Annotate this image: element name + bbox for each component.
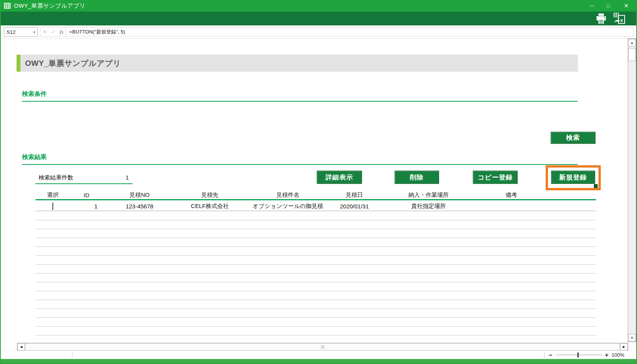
toolbar: x xyxy=(0,12,637,25)
table-empty-row xyxy=(35,300,596,309)
scroll-right-icon[interactable]: ▶ xyxy=(620,343,628,351)
table-empty-row xyxy=(35,220,596,229)
table-header-row: 選択 ID 見積NO 見積先 見積件名 見積日 納入・作業場所 備考 xyxy=(35,191,596,200)
zoom-level: 100% xyxy=(612,352,624,358)
column-header-select: 選択 xyxy=(35,191,70,199)
horizontal-scrollbar[interactable]: ◀ ▶ xyxy=(17,343,628,351)
cell-reference[interactable]: S12 xyxy=(4,29,31,35)
zoom-slider-thumb[interactable] xyxy=(577,352,579,357)
table-row: 1 123-45678 CELF株式会社 オプションツールの御見積 2020/0… xyxy=(35,202,596,211)
page-title: OWY_単票サンプルアプリ xyxy=(25,58,121,69)
table-empty-row xyxy=(35,318,596,327)
maximize-button[interactable]: □ xyxy=(600,0,616,12)
column-header-note: 備考 xyxy=(481,191,542,199)
table-empty-row xyxy=(35,309,596,318)
zoom-slider-track[interactable] xyxy=(556,355,602,355)
titlebar: OWY_単票サンプルアプリ ─ □ ✕ xyxy=(0,0,637,12)
bottom-green-strip xyxy=(1,359,636,363)
result-count-label: 検索結果件数 xyxy=(39,174,73,181)
column-header-quote-no: 見積NO xyxy=(103,191,176,199)
table-empty-row xyxy=(35,265,596,273)
vertical-scrollbar[interactable]: ▲ ▼ xyxy=(628,39,636,342)
column-header-customer: 見積先 xyxy=(176,191,244,199)
scroll-up-icon[interactable]: ▲ xyxy=(628,39,636,47)
sheet-area: OWY_単票サンプルアプリ 検索条件 検索 検索結果 検索結果件数 1 詳細表示… xyxy=(1,39,636,351)
table-empty-row xyxy=(35,273,596,282)
spreadsheet-app-icon xyxy=(4,2,11,9)
vertical-scrollbar-thumb[interactable] xyxy=(628,48,636,61)
close-button[interactable]: ✕ xyxy=(618,0,634,12)
app-window: OWY_単票サンプルアプリ ─ □ ✕ x xyxy=(0,0,637,364)
table-empty-row xyxy=(35,247,596,256)
section-heading-search-results: 検索結果 xyxy=(22,153,578,165)
cell-select xyxy=(35,203,70,210)
table-empty-row xyxy=(35,256,596,265)
detail-view-button[interactable]: 詳細表示 xyxy=(317,171,362,184)
section-heading-search-conditions: 検索条件 xyxy=(22,90,578,102)
cell-subject: オプションツールの御見積 xyxy=(244,203,332,210)
svg-text:x: x xyxy=(620,17,623,23)
status-bar: − ＋ 100% xyxy=(1,351,636,359)
formula-bar: S12 ▼ ✕ ✓ fx =BUTTON(“新規登録”, 5) xyxy=(1,25,636,39)
cancel-entry-icon[interactable]: ✕ xyxy=(40,28,49,36)
selection-resize-handle[interactable] xyxy=(594,184,598,188)
table-empty-row xyxy=(35,229,596,238)
confirm-entry-icon[interactable]: ✓ xyxy=(49,28,57,36)
selected-control-outline xyxy=(546,165,601,190)
search-button[interactable]: 検索 xyxy=(551,132,595,144)
cell-id: 1 xyxy=(70,203,103,210)
cell-date: 2020/01/31 xyxy=(332,203,376,210)
print-icon[interactable] xyxy=(593,13,609,24)
table-empty-rows xyxy=(35,211,596,335)
table-empty-row xyxy=(35,291,596,300)
column-header-id: ID xyxy=(70,192,103,198)
formula-text[interactable]: =BUTTON(“新規登録”, 5) xyxy=(66,29,125,35)
cell-customer: CELF株式会社 xyxy=(176,203,244,210)
table-empty-row xyxy=(35,211,596,220)
name-box-dropdown-icon[interactable]: ▼ xyxy=(31,28,37,36)
minimize-button[interactable]: ─ xyxy=(584,0,600,12)
title-accent-bar xyxy=(17,55,20,72)
export-excel-icon[interactable]: x xyxy=(611,13,628,24)
column-header-date: 見積日 xyxy=(332,191,376,199)
horizontal-scrollbar-thumb[interactable] xyxy=(25,343,620,351)
table-empty-row xyxy=(35,238,596,247)
copy-register-button[interactable]: コピー登録 xyxy=(473,171,518,184)
cell-place: 貴社指定場所 xyxy=(376,203,481,210)
scrollbar-grip-icon[interactable] xyxy=(321,345,324,349)
result-count-row: 検索結果件数 1 xyxy=(35,173,133,184)
zoom-out-button[interactable]: − xyxy=(547,351,554,359)
cell-name-box[interactable]: S12 ▼ xyxy=(4,27,38,37)
formula-input-area[interactable]: ✕ ✓ fx =BUTTON(“新規登録”, 5) xyxy=(40,27,634,37)
result-count-value: 1 xyxy=(126,174,129,181)
column-header-subject: 見積件名 xyxy=(244,191,332,199)
insert-function-icon[interactable]: fx xyxy=(57,28,66,36)
delete-button[interactable]: 削除 xyxy=(395,171,439,184)
scroll-left-icon[interactable]: ◀ xyxy=(17,343,25,351)
zoom-in-button[interactable]: ＋ xyxy=(603,351,610,359)
row-checkbox[interactable] xyxy=(52,203,53,210)
table-empty-row xyxy=(35,327,596,335)
column-header-place: 納入・作業場所 xyxy=(376,191,481,199)
status-separator xyxy=(72,352,72,358)
window-title: OWY_単票サンプルアプリ xyxy=(14,2,86,10)
scroll-down-icon[interactable]: ▼ xyxy=(628,334,636,342)
page-title-banner: OWY_単票サンプルアプリ xyxy=(20,55,578,72)
cell-quote-no: 123-45678 xyxy=(103,203,176,210)
status-separator xyxy=(544,352,545,358)
table-empty-row xyxy=(35,282,596,291)
